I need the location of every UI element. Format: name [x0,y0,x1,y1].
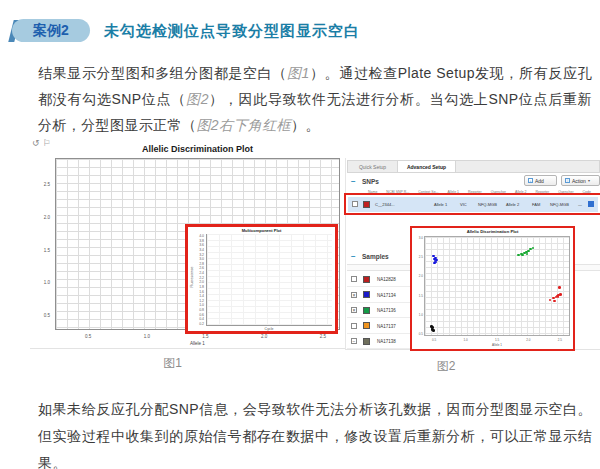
y-axis-ticks: 3.02.52.01.51.00.5 [413,236,423,336]
page-title: 未勾选检测位点导致分型图显示空白 [104,22,360,41]
figure2-reference: 图2 [186,91,209,107]
tick-label: 1.5 [419,294,423,298]
tick-label: 0.5 [419,332,423,336]
tick-label: 2.5 [44,182,50,187]
x-axis-label: Cycle [206,327,332,331]
tick-label: 0.5 [85,334,91,339]
figure2-caption: 图2 [346,358,546,375]
snp-row-highlight-redbox [344,193,600,215]
allelic-plot-title: Allelic Discrimination Plot [55,144,340,154]
case-badge: 案例2 [12,19,90,42]
tick-label: 3.0 [199,257,204,261]
tick-label: 0.5 [44,313,50,318]
tick-label: 2.0 [44,215,50,220]
black-cluster-point [432,329,435,332]
y-axis-ticks: 4.03.83.63.43.23.02.82.62.42.22.01.81.61… [194,234,204,326]
sample-checkbox[interactable]: × [351,292,357,298]
tick-label: 2.0 [419,274,423,278]
x-axis-label: Allele 1 [55,341,340,346]
sample-name: NA17137 [377,324,396,329]
tick-label: 2.4 [199,271,204,275]
tick-label: 1.2 [199,299,204,303]
tick-label: 2.6 [199,266,204,270]
tick-label: 3.8 [199,239,204,243]
setup-tabbar: Quick Setup Advanced Setup [347,160,600,173]
tick-label: 1.5 [44,248,50,253]
sample-checkbox[interactable] [351,276,357,282]
tick-label: 3.6 [199,243,204,247]
collapse-icon[interactable]: − [351,178,356,186]
intro-text: 结果显示分型图和多组分图都是空白（ [38,65,287,81]
tick-label: 0.6 [199,313,204,317]
add-button[interactable]: + Add [524,175,557,186]
tick-label: 1.0 [199,303,204,307]
tick-label: 1.8 [199,285,204,289]
tick-label: 2.5 [320,334,326,339]
sample-color-swatch [363,307,370,314]
tick-label: 2.8 [199,262,204,266]
sample-name: NA17134 [377,293,396,298]
samples-section-title: Samples [362,253,389,260]
tick-label: 0.4 [199,317,204,321]
y-axis-ticks: 2.52.01.51.00.5 [30,158,52,330]
sample-name: NA17138 [377,339,396,344]
intro-text: ）。 [291,117,320,133]
sample-checkbox[interactable] [351,323,357,329]
tab-quick-setup[interactable]: Quick Setup [348,161,398,172]
red-cluster-point [557,296,560,299]
green-cluster-point [526,253,529,256]
action-button-label: Action [572,178,586,184]
tick-label: 2.5 [419,255,423,259]
sample-name: NA17136 [377,308,396,313]
tick-label: 3.2 [199,253,204,257]
tick-label: 2.5 [558,338,562,342]
x-axis-label: Allele 1 [424,343,570,347]
tick-label: 4.0 [199,234,204,238]
sample-color-swatch [363,322,370,329]
red-cluster-point [558,286,561,289]
tick-label: 1.6 [199,290,204,294]
sample-checkbox[interactable]: − [351,338,357,344]
tick-label: 1.4 [199,294,204,298]
tick-label: 1.0 [44,280,50,285]
tick-label: 1.5 [202,334,208,339]
tab-advanced-setup[interactable]: Advanced Setup [398,161,456,172]
multicomponent-plot-title: Multicomponent Plot [188,228,335,233]
sample-name: NA12828 [377,277,396,282]
tick-label: 3.4 [199,248,204,252]
tick-label: 0.5 [432,338,436,342]
red-cluster-point [549,299,552,302]
empty-multicomponent-plot-area [206,234,332,326]
figure1-reference: 图1 [287,65,310,81]
tick-label: 2.0 [261,334,267,339]
flag-tool-icon[interactable]: ⚐ [43,138,54,148]
plot-toolbar: ↺⚐ [32,138,54,148]
multicomponent-plot-redbox: Multicomponent Plot Fluorescence 4.03.83… [185,224,338,334]
x-axis-ticks: 0.51.01.52.02.5 [424,338,570,342]
tick-label: 1.0 [144,334,150,339]
case-badge-label: 案例2 [33,22,69,40]
sample-checkbox[interactable]: × [351,307,357,313]
action-button[interactable]: ≡ Action ▾ [561,175,600,186]
conclusion-paragraph: 如果未给反应孔分配SNP信息，会导致软件无法分析该孔数据，因而分型图显示空白。但… [38,396,592,469]
tick-label: 2.2 [199,276,204,280]
tick-label: 2.0 [526,338,530,342]
chevron-down-icon: ▾ [588,178,590,183]
collapse-icon[interactable]: − [351,253,356,261]
figure1-caption: 图1 [30,355,315,372]
figure2-redbox-reference: 图2右下角红框 [196,117,291,133]
zoom-tool-icon[interactable]: ↺ [32,138,43,148]
add-button-label: Add [535,178,544,184]
allelic-plot-title: Allelic Discrimination Plot [412,229,573,234]
tick-label: 0.2 [199,322,204,326]
intro-paragraph: 结果显示分型图和多组分图都是空白（图1）。通过检查Plate Setup发现，所… [38,60,592,138]
allelic-plot-area [424,236,570,336]
sample-color-swatch [363,276,370,283]
sample-color-swatch [363,291,370,298]
tick-label: 1.0 [463,338,467,342]
tick-label: 2.0 [199,280,204,284]
add-icon: + [528,178,533,183]
x-axis-ticks: 0.51.01.52.02.5 [55,334,340,339]
figure2-screenshot: Quick Setup Advanced Setup − SNPs + Add … [345,158,600,350]
green-cluster-point [521,254,524,257]
